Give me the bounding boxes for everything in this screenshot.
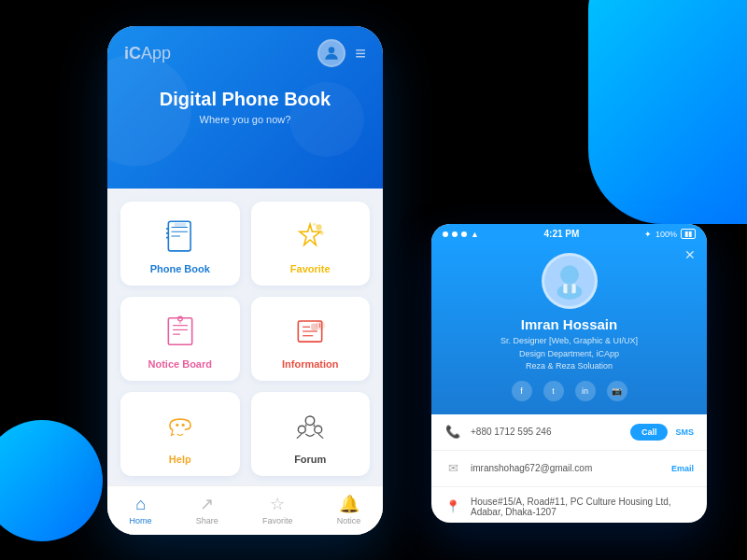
favorite-icon: [290, 217, 330, 256]
wifi-icon: ▲: [471, 230, 479, 239]
menu-item-help[interactable]: Help: [120, 392, 240, 476]
svg-point-26: [176, 424, 178, 427]
role-line2: Design Department, iCApp: [446, 348, 692, 361]
facebook-icon[interactable]: f: [512, 381, 532, 401]
nav-notice[interactable]: 🔔 Notice: [337, 494, 361, 525]
menu-item-information[interactable]: i Information: [251, 297, 371, 381]
home-icon: ⌂: [135, 495, 146, 514]
close-button[interactable]: ✕: [684, 247, 696, 262]
phone-book-label: Phone Book: [150, 263, 210, 274]
sms-button[interactable]: SMS: [675, 424, 694, 441]
bluetooth-icon: ✦: [644, 230, 652, 239]
forum-icon: [290, 407, 330, 446]
signal-dot3: [461, 231, 467, 237]
notice-board-icon: [161, 312, 200, 351]
svg-rect-36: [567, 284, 571, 293]
information-label: Information: [282, 358, 339, 370]
email-address: imranshohag672@gmail.com: [471, 463, 662, 473]
hero-subtitle: Where you go now?: [126, 114, 364, 125]
svg-text:i: i: [319, 322, 321, 329]
linkedin-icon[interactable]: in: [575, 381, 596, 401]
phone-right: ▲ 4:21 PM ✦ 100% ▮▮ ✕ Imran Hossain Sr. …: [431, 224, 707, 523]
contact-role: Sr. Designer [Web, Graphic & UI/UX] Desi…: [446, 335, 692, 373]
menu-section: Phone Book Favorite: [107, 189, 383, 485]
nav-notice-label: Notice: [337, 516, 361, 525]
nav-share-label: Share: [196, 516, 218, 525]
phone-row: 📞 +880 1712 595 246 Call SMS: [431, 414, 707, 451]
battery-icon: ▮▮: [681, 229, 696, 239]
contact-avatar: [542, 253, 598, 309]
svg-point-28: [306, 416, 316, 426]
contact-name: Imran Hossain: [446, 316, 692, 332]
svg-point-12: [313, 223, 316, 226]
svg-point-30: [315, 426, 322, 433]
svg-rect-5: [174, 223, 186, 227]
share-icon: ↗: [200, 494, 214, 514]
nav-favorite[interactable]: ☆ Favorite: [262, 494, 293, 525]
svg-point-33: [560, 265, 579, 284]
svg-point-10: [317, 224, 322, 230]
contact-header: ✕ Imran Hossain Sr. Designer [Web, Graph…: [431, 244, 707, 414]
role-line3: Reza & Reza Soluation: [446, 360, 692, 373]
phone-left: iCApp ≡ Digital Phone Book Where you go …: [107, 26, 383, 535]
bg-decoration-right: [588, 0, 747, 224]
bottom-navigation: ⌂ Home ↗ Share ☆ Favorite 🔔 Notice: [107, 485, 383, 535]
twitter-icon[interactable]: t: [543, 381, 564, 401]
forum-label: Forum: [294, 454, 326, 465]
email-icon: ✉: [444, 461, 461, 475]
favorite-nav-icon: ☆: [270, 494, 285, 514]
help-label: Help: [169, 454, 191, 465]
nav-share[interactable]: ↗ Share: [196, 494, 218, 525]
svg-point-27: [181, 424, 184, 427]
email-row: ✉ imranshohag672@gmail.com Email: [431, 451, 707, 487]
menu-item-forum[interactable]: Forum: [251, 392, 371, 476]
nav-home[interactable]: ⌂ Home: [130, 495, 152, 525]
location-icon: 📍: [444, 499, 461, 513]
social-links: f t in 📷: [446, 381, 692, 401]
favorite-label: Favorite: [290, 263, 331, 274]
email-button[interactable]: Email: [671, 460, 694, 477]
status-time: 4:21 PM: [544, 229, 580, 239]
role-line1: Sr. Designer [Web, Graphic & UI/UX]: [446, 335, 692, 348]
notice-board-label: Notice Board: [148, 358, 212, 370]
status-bar: ▲ 4:21 PM ✦ 100% ▮▮: [431, 224, 707, 244]
svg-point-11: [320, 231, 324, 235]
help-icon: [161, 407, 200, 446]
svg-point-29: [299, 426, 306, 433]
instagram-icon[interactable]: 📷: [607, 381, 627, 401]
call-button[interactable]: Call: [630, 424, 669, 441]
information-icon: i: [290, 312, 330, 351]
address-text: House#15/A, Road#11, PC Culture Housing …: [471, 497, 694, 517]
hero-title: Digital Phone Book: [126, 89, 364, 110]
app-header: iCApp ≡ Digital Phone Book Where you go …: [107, 26, 383, 189]
contact-details: 📞 +880 1712 595 246 Call SMS ✉ imranshoh…: [431, 414, 707, 524]
notice-nav-icon: 🔔: [339, 494, 359, 514]
signal-dot1: [443, 231, 448, 237]
nav-favorite-label: Favorite: [262, 516, 293, 525]
menu-item-notice-board[interactable]: Notice Board: [120, 297, 240, 381]
bg-decoration-left: [0, 420, 103, 541]
address-row: 📍 House#15/A, Road#11, PC Culture Housin…: [431, 487, 707, 524]
phone-number: +880 1712 595 246: [471, 427, 621, 437]
menu-item-favorite[interactable]: Favorite: [251, 202, 371, 286]
phone-book-icon: [161, 217, 200, 256]
phone-icon: 📞: [444, 425, 461, 439]
svg-line-32: [314, 425, 315, 427]
signal-dot2: [452, 231, 458, 237]
nav-home-label: Home: [130, 516, 152, 525]
battery-percentage: 100%: [655, 230, 677, 239]
menu-item-phone-book[interactable]: Phone Book: [120, 202, 240, 286]
svg-line-31: [306, 425, 307, 427]
